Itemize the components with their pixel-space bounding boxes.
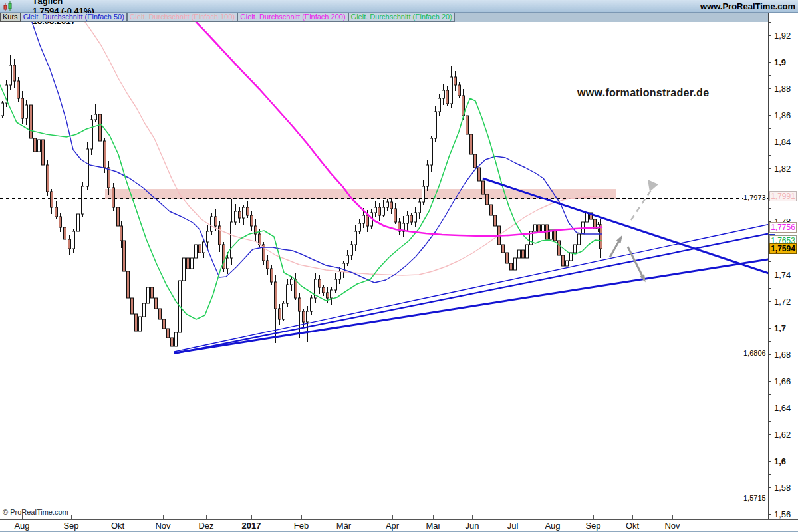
kurs-tag[interactable]: Kurs [0,13,21,22]
level-label: 1,7973 [743,194,767,201]
price-tick [769,301,771,302]
month-label: Okt [111,521,124,531]
ma200-line [196,22,602,236]
price-tick [769,142,771,142]
indicator-tag-ma[interactable]: Gleit. Durchschnitt (Einfach 100) [127,13,237,22]
price-tick [769,62,771,63]
price-axis-label: 1,92 [774,31,791,41]
indicator-tag-ma[interactable]: Gleit. Durchschnitt (Einfach 20) [348,13,455,22]
price-tick [769,261,771,262]
price-tick [769,434,771,435]
price-tick [769,487,771,488]
price-axis-label: 1,74 [774,270,791,280]
price-tick [769,315,771,315]
price-axis-label: 1,68 [774,350,791,360]
trendline[interactable] [483,178,768,276]
ma50-axis-marker [769,234,775,235]
price-tick [769,22,771,23]
price-tick [769,288,771,289]
price-axis-label: 1,7 [774,323,786,333]
price-tick [769,128,771,129]
price-marker-price: 1,7594 [769,243,797,254]
candlestick-icon [2,1,14,11]
price-axis-label: 1,64 [774,403,791,413]
price-tick [769,102,771,102]
price-tick [769,275,771,275]
trendline[interactable] [174,258,768,353]
price-tick [769,182,771,182]
price-tick [769,168,771,169]
month-label: Feb [294,521,309,531]
price-tick [769,448,771,448]
price-tick [769,328,771,329]
month-label: Apr [386,521,399,531]
price-axis-label: 1,62 [774,430,791,440]
price-tick [769,368,771,368]
price-axis-label: 1,56 [774,509,791,519]
price-tick [769,461,771,462]
level-label: 1,5715 [743,494,767,502]
price-tick [769,155,771,156]
indicator-tag-ma[interactable]: Gleit. Durchschnitt (Einfach 200) [237,13,348,22]
month-label: Mär [336,521,351,531]
title-bar: Spot GBP/NZD Täglich 1,7594 (-0,41%) 18.… [0,0,798,13]
price-tick [769,514,771,515]
dashed-trend-arrow[interactable] [631,190,651,220]
month-label: 2017 [242,521,261,531]
arrow-head [648,180,658,192]
month-label: Nov [155,521,170,531]
price-tick [769,35,771,36]
price-axis-label: 1,88 [774,84,791,94]
price-axis-label: 1,86 [774,110,791,120]
candles [1,55,602,499]
month-label: Sep [63,521,78,531]
price-axis-label: 1,66 [774,376,791,386]
month-label: Okt [626,521,639,531]
price-tick [769,208,771,209]
price-tick [769,341,771,342]
copyright-label: © ProRealTime.com [3,508,68,516]
price-tick [769,394,771,395]
price-tick [769,408,771,408]
price-marker-ma100: 1,7991 [769,191,797,201]
price-tick [769,421,771,422]
price-axis-label: 1,72 [774,297,791,307]
level-label: 1,6806 [743,349,767,357]
time-axis[interactable]: AugSepOktNovDez2017FebMärAprMaiJunJulAug… [0,519,798,531]
watermark: www.formationstrader.de [577,87,709,99]
prorealtime-window: Spot GBP/NZD Täglich 1,7594 (-0,41%) 18.… [0,0,798,532]
price-tick [769,75,771,76]
price-tick [769,354,771,355]
month-label: Sep [585,521,600,531]
arrow-head [640,274,646,283]
price-axis-label: 1,84 [774,137,791,147]
price-tick [769,474,771,475]
arrow-head [616,235,622,244]
month-label: Jul [507,521,519,531]
month-label: Aug [14,521,29,531]
indicator-tag-ma[interactable]: Gleit. Durchschnitt (Einfach 50) [21,13,127,22]
month-label: Aug [545,521,560,531]
month-label: Jun [466,521,479,531]
price-tick [769,115,771,116]
price-marker-ma200: 1,7756 [769,222,797,233]
price-tick [769,88,771,89]
indicator-bar: Kurs Gleit. Durchschnitt (Einfach 50)Gle… [0,13,768,22]
price-axis-label: 1,58 [774,483,791,493]
price-tick [769,501,771,501]
price-axis-label: 1,6 [774,456,786,466]
month-label: Mai [426,521,440,531]
prorealtime-site-label: www.ProRealTime.com [700,1,795,11]
price-tick [769,49,771,49]
month-label: Dez [198,521,213,531]
trendline[interactable] [174,223,768,352]
price-tick [769,381,771,382]
price-axis[interactable]: 1,921,91,881,861,841,821,781,741,721,71,… [768,13,798,519]
price-axis-label: 1,82 [774,164,791,174]
ma100-line [85,22,602,275]
timeframe-label: Täglich [33,0,63,6]
month-label: Nov [664,521,680,531]
price-axis-label: 1,9 [774,57,786,67]
